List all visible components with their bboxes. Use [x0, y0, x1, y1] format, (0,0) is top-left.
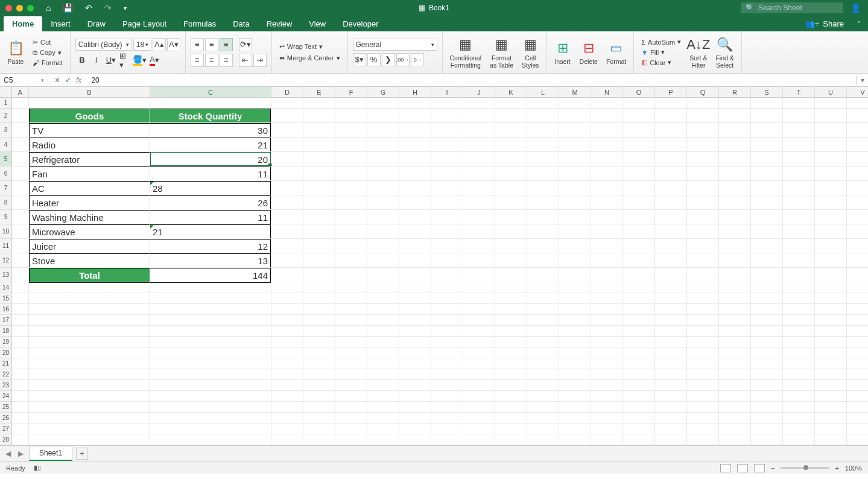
formula-input[interactable]: 20 — [87, 76, 856, 84]
decrease-font-button[interactable]: A▾ — [167, 38, 180, 51]
name-box[interactable]: C5▾ — [0, 74, 48, 86]
row-header-13[interactable]: 13 — [0, 268, 11, 282]
tab-review[interactable]: Review — [258, 16, 301, 31]
decrease-indent-button[interactable]: ⇤ — [239, 54, 252, 67]
header-goods[interactable]: Goods — [30, 109, 150, 124]
copy-button[interactable]: ⧉Copy ▾ — [30, 48, 65, 57]
align-bottom-button[interactable]: ≡ — [220, 38, 233, 51]
macro-record-icon[interactable]: ▮▯ — [34, 464, 41, 472]
redo-icon[interactable]: ↷ — [104, 3, 112, 13]
row-header-1[interactable]: 1 — [0, 98, 11, 109]
col-header-O[interactable]: O — [623, 87, 655, 97]
column-headers[interactable]: ABCDEFGHIJKLMNOPQRSTUV — [12, 87, 868, 98]
collapse-ribbon-button[interactable]: ˄ — [850, 17, 868, 31]
col-header-H[interactable]: H — [399, 87, 431, 97]
row-header-14[interactable]: 14 — [0, 282, 11, 293]
close-window-button[interactable] — [5, 5, 12, 11]
col-header-L[interactable]: L — [527, 87, 559, 97]
save-icon[interactable]: 💾 — [63, 3, 73, 13]
cell-qty-row-7[interactable]: 28 — [150, 182, 271, 196]
home-icon[interactable]: ⌂ — [46, 3, 51, 13]
normal-view-button[interactable] — [720, 464, 731, 472]
qat-customize-icon[interactable]: ▾ — [124, 5, 127, 11]
format-as-table-button[interactable]: ▦Format as Table — [487, 36, 516, 69]
search-sheet-input[interactable]: 🔍 Search Sheet — [741, 2, 843, 13]
cell-goods-row-7[interactable]: AC — [30, 182, 150, 196]
cell-goods-row-9[interactable]: Washing Machine — [30, 211, 150, 225]
col-header-I[interactable]: I — [431, 87, 463, 97]
col-header-K[interactable]: K — [495, 87, 527, 97]
row-header-12[interactable]: 12 — [0, 253, 11, 268]
row-header-6[interactable]: 6 — [0, 167, 11, 181]
user-account-icon[interactable]: 👤 — [851, 3, 861, 13]
tab-draw[interactable]: Draw — [79, 16, 114, 31]
percent-button[interactable]: % — [367, 53, 381, 66]
col-header-S[interactable]: S — [751, 87, 783, 97]
row-header-10[interactable]: 10 — [0, 224, 11, 239]
cell-goods-row-11[interactable]: Juicer — [30, 240, 150, 254]
number-format-select[interactable]: General▾ — [353, 39, 437, 51]
fx-icon[interactable]: fx — [76, 76, 81, 84]
row-header-2[interactable]: 2 — [0, 109, 11, 123]
col-header-E[interactable]: E — [303, 87, 335, 97]
col-header-B[interactable]: B — [29, 87, 150, 97]
row-header-18[interactable]: 18 — [0, 326, 11, 337]
cell-qty-row-3[interactable]: 30 — [150, 124, 271, 138]
conditional-formatting-button[interactable]: ▦Conditional Formatting — [448, 36, 484, 69]
row-header-7[interactable]: 7 — [0, 181, 11, 195]
underline-button[interactable]: U ▾ — [104, 54, 118, 67]
enter-formula-icon[interactable]: ✓ — [65, 76, 71, 84]
tab-data[interactable]: Data — [224, 16, 258, 31]
zoom-slider[interactable] — [781, 467, 829, 469]
tab-home[interactable]: Home — [4, 16, 42, 31]
font-name-select[interactable]: Calibri (Body)▾ — [75, 39, 132, 51]
borders-button[interactable]: ⊞ ▾ — [119, 54, 132, 67]
cell-qty-row-12[interactable]: 13 — [150, 254, 271, 268]
orientation-button[interactable]: ⟳▾ — [239, 38, 252, 51]
row-header-23[interactable]: 23 — [0, 380, 11, 391]
page-layout-view-button[interactable] — [737, 464, 748, 472]
maximize-window-button[interactable] — [27, 5, 34, 11]
tab-view[interactable]: View — [300, 16, 334, 31]
row-header-5[interactable]: 5 — [0, 152, 11, 167]
row-header-25[interactable]: 25 — [0, 402, 11, 413]
fill-button[interactable]: ▼Fill ▾ — [639, 48, 683, 57]
row-header-9[interactable]: 9 — [0, 210, 11, 224]
merge-center-button[interactable]: ⬌Merge & Center ▾ — [277, 54, 343, 63]
page-break-view-button[interactable] — [754, 464, 765, 472]
col-header-J[interactable]: J — [463, 87, 495, 97]
row-header-3[interactable]: 3 — [0, 123, 11, 138]
cell-qty-row-9[interactable]: 11 — [150, 211, 271, 225]
col-header-A[interactable]: A — [12, 87, 29, 97]
zoom-out-button[interactable]: − — [771, 465, 775, 472]
col-header-P[interactable]: P — [655, 87, 687, 97]
expand-formula-bar-button[interactable]: ▾ — [856, 76, 868, 84]
cell-goods-row-6[interactable]: Fan — [30, 167, 150, 182]
share-button[interactable]: 👥+ Share — [799, 16, 850, 31]
col-header-F[interactable]: F — [335, 87, 367, 97]
tab-developer[interactable]: Developer — [334, 16, 387, 31]
cell-qty-row-11[interactable]: 12 — [150, 240, 271, 254]
fill-color-button[interactable]: 🪣 ▾ — [133, 54, 147, 67]
sheet-nav-next[interactable]: ▶ — [16, 449, 25, 458]
header-stock-quantity[interactable]: Stock Quantity — [150, 109, 271, 124]
tab-insert[interactable]: Insert — [42, 16, 79, 31]
currency-button[interactable]: $▾ — [353, 53, 366, 66]
cut-button[interactable]: ✂Cut — [30, 38, 65, 47]
cell-goods-row-12[interactable]: Stove — [30, 254, 150, 268]
col-header-T[interactable]: T — [783, 87, 815, 97]
row-header-16[interactable]: 16 — [0, 304, 11, 315]
zoom-level[interactable]: 100% — [845, 465, 862, 472]
font-color-button[interactable]: A ▾ — [148, 54, 161, 67]
col-header-D[interactable]: D — [271, 87, 303, 97]
cell-styles-button[interactable]: ▦Cell Styles — [519, 36, 542, 69]
find-select-button[interactable]: 🔍Find & Select — [713, 36, 736, 69]
total-value-cell[interactable]: 144 — [150, 268, 271, 283]
col-header-U[interactable]: U — [815, 87, 847, 97]
paste-button[interactable]: 📋 Paste — [5, 40, 27, 65]
delete-cells-button[interactable]: ⊟Delete — [577, 40, 600, 65]
col-header-V[interactable]: V — [847, 87, 868, 97]
sort-filter-button[interactable]: A↓ZSort & Filter — [687, 36, 709, 69]
row-header-21[interactable]: 21 — [0, 358, 11, 369]
undo-icon[interactable]: ↶ — [85, 3, 92, 13]
